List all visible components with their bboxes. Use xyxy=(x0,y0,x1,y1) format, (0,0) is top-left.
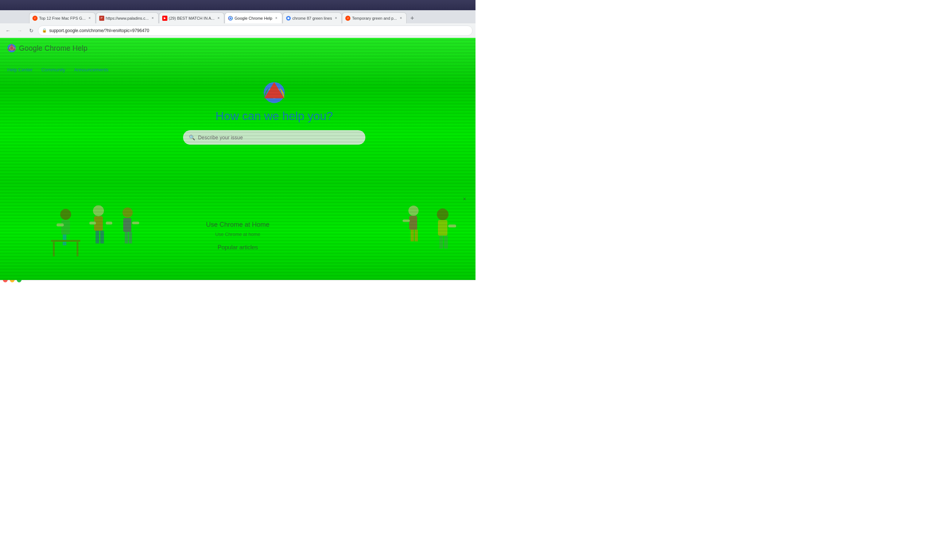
forward-icon: → xyxy=(17,28,22,34)
svg-rect-36 xyxy=(448,225,456,228)
back-icon: ← xyxy=(5,28,11,34)
svg-point-24 xyxy=(123,208,133,218)
forward-button[interactable]: → xyxy=(15,26,25,36)
svg-rect-31 xyxy=(403,220,410,222)
search-input[interactable] xyxy=(198,135,360,140)
tab-title-6: Temporary green and p... xyxy=(352,16,397,20)
popular-articles-heading: Popular articles xyxy=(218,244,258,251)
help-header-area: Google Chrome Help Help Center Community… xyxy=(0,38,476,75)
help-page-title: Google Chrome Help xyxy=(19,44,88,52)
svg-rect-37 xyxy=(439,235,443,249)
tab-close-2[interactable]: × xyxy=(150,16,155,21)
chrome-logo-small xyxy=(7,44,16,52)
titlebar xyxy=(0,0,476,10)
svg-point-11 xyxy=(60,209,71,220)
tab-favicon-6: r xyxy=(345,16,351,21)
tab-6[interactable]: r Temporary green and p... × xyxy=(342,12,406,23)
illustration-left xyxy=(37,192,146,265)
use-chrome-home-sub: Use Chrome at home xyxy=(215,232,260,237)
reload-button[interactable]: ↻ xyxy=(26,26,37,36)
tab-5[interactable]: chrome 87 green lines × xyxy=(283,12,342,23)
tab-3[interactable]: ▶ (29) BEST MATCH IN A... × xyxy=(159,12,225,23)
svg-rect-32 xyxy=(411,230,414,242)
navbar: ← → ↻ 🔒 support.google.com/chrome/?hl=en… xyxy=(0,23,476,38)
tab-title-5: chrome 87 green lines xyxy=(292,16,332,20)
tab-title-2: https://www.paladins.c... xyxy=(106,16,149,20)
svg-rect-26 xyxy=(132,222,139,224)
svg-point-34 xyxy=(437,209,448,220)
announcements-link[interactable]: Announcements xyxy=(74,67,108,72)
svg-rect-23 xyxy=(100,231,104,243)
search-icon: 🔍 xyxy=(189,135,195,140)
tab-close-4[interactable]: × xyxy=(274,16,279,21)
search-container[interactable]: 🔍 xyxy=(183,130,365,145)
tab-favicon-5 xyxy=(286,16,291,21)
tab-favicon-4 xyxy=(228,16,233,21)
community-link[interactable]: Community xyxy=(41,67,65,72)
tab-favicon-1: r xyxy=(32,16,38,21)
help-logo-row: Google Chrome Help xyxy=(7,44,468,52)
svg-rect-28 xyxy=(129,232,132,243)
svg-rect-27 xyxy=(125,232,128,243)
tab-title-4: Google Chrome Help xyxy=(234,16,272,20)
svg-rect-15 xyxy=(51,240,80,242)
url-display: support.google.com/chrome/?hl=en#topic=9… xyxy=(49,28,149,33)
tab-1[interactable]: r Top 12 Free Mac FPS G... × xyxy=(29,12,95,23)
tab-title-1: Top 12 Free Mac FPS G... xyxy=(39,16,86,20)
tab-4[interactable]: Google Chrome Help × xyxy=(225,12,282,23)
page-content: Google Chrome Help Help Center Community… xyxy=(0,38,476,280)
svg-rect-16 xyxy=(53,242,55,256)
svg-point-29 xyxy=(408,206,419,216)
svg-rect-22 xyxy=(95,231,99,243)
reload-icon: ↻ xyxy=(29,28,34,34)
tab-favicon-2: P xyxy=(99,16,104,21)
svg-rect-17 xyxy=(77,242,78,256)
lock-icon: 🔒 xyxy=(42,28,47,33)
svg-rect-21 xyxy=(106,222,112,225)
svg-rect-35 xyxy=(438,220,448,235)
tab-close-6[interactable]: × xyxy=(398,16,403,21)
tab-close-5[interactable]: × xyxy=(333,16,339,21)
main-content: How can we help you? 🔍 xyxy=(0,82,476,145)
back-button[interactable]: ← xyxy=(3,26,13,36)
svg-rect-12 xyxy=(61,220,70,234)
use-chrome-home-title: Use Chrome at Home xyxy=(206,221,269,229)
how-can-help-heading: How can we help you? xyxy=(215,109,333,123)
svg-point-18 xyxy=(93,205,104,216)
svg-rect-13 xyxy=(57,223,64,226)
tab-2[interactable]: P https://www.paladins.c... × xyxy=(96,12,158,23)
svg-rect-25 xyxy=(123,218,131,232)
svg-rect-38 xyxy=(444,235,448,249)
svg-rect-20 xyxy=(89,222,96,225)
tab-title-3: (29) BEST MATCH IN A... xyxy=(169,16,215,20)
svg-point-4 xyxy=(287,17,289,19)
chrome-logo-large xyxy=(263,82,285,103)
tab-close-1[interactable]: × xyxy=(87,16,92,21)
new-tab-button[interactable]: + xyxy=(407,13,417,23)
svg-rect-30 xyxy=(409,216,417,230)
help-center-link[interactable]: Help Center xyxy=(7,67,32,72)
tab-close-3[interactable]: × xyxy=(216,16,221,21)
tab-favicon-3: ▶ xyxy=(162,16,168,21)
tabbar: r Top 12 Free Mac FPS G... × P https://w… xyxy=(0,10,476,23)
address-bar[interactable]: 🔒 support.google.com/chrome/?hl=en#topic… xyxy=(38,26,472,36)
svg-rect-33 xyxy=(415,230,418,242)
svg-point-2 xyxy=(230,17,232,19)
illustration-right xyxy=(395,192,468,265)
help-nav: Help Center Community Announcements xyxy=(7,67,468,75)
